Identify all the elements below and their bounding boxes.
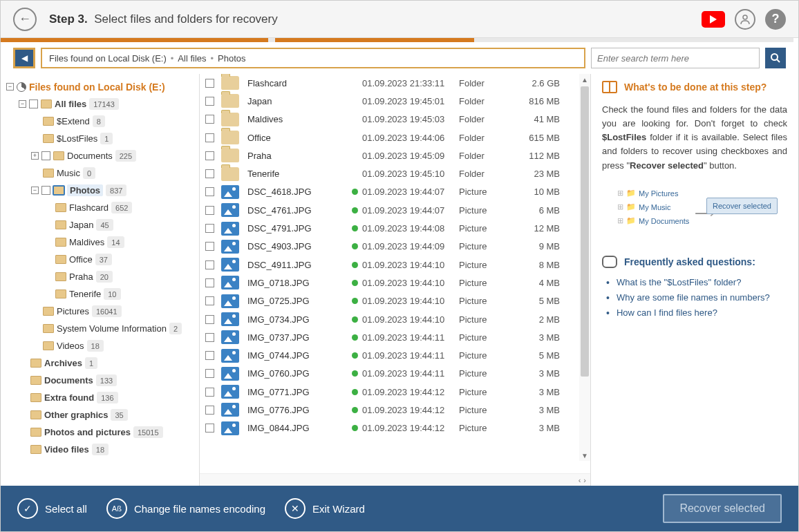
tree-item[interactable]: Video files18 [6, 441, 196, 458]
status-dot-icon [352, 352, 358, 359]
scroll-down-icon[interactable]: ▼ [579, 450, 590, 461]
tree-item[interactable]: Praha20 [6, 268, 196, 285]
file-row[interactable]: Japan01.09.2023 19:45:01Folder816 MB [200, 92, 590, 110]
tree-item[interactable]: Extra found136 [6, 389, 196, 406]
checkbox[interactable] [205, 388, 214, 397]
tree-item[interactable]: System Volume Information2 [6, 320, 196, 337]
tree-item[interactable]: Music0 [6, 164, 196, 182]
tree-item[interactable]: +Documents225 [6, 147, 196, 164]
user-icon[interactable] [735, 9, 755, 30]
file-row[interactable]: IMG_0737.JPG01.09.2023 19:44:11Picture3 … [200, 328, 590, 346]
vertical-scrollbar[interactable]: ▲ ▼ [579, 74, 590, 461]
scroll-right-icon[interactable]: › [583, 476, 586, 484]
checkbox[interactable] [205, 315, 214, 324]
tree-item[interactable]: $LostFiles1 [6, 130, 196, 147]
breadcrumb[interactable]: Files found on Local Disk (E:) • All fil… [41, 48, 585, 68]
tree-item[interactable]: Other graphics35 [6, 406, 196, 424]
checkbox[interactable] [205, 260, 214, 269]
tree-item[interactable]: Office37 [6, 251, 196, 268]
checkbox[interactable] [205, 224, 214, 233]
tree-item[interactable]: Tenerife10 [6, 285, 196, 303]
checkbox[interactable] [205, 406, 214, 415]
tree-item[interactable]: Pictures16041 [6, 303, 196, 320]
checkbox[interactable] [205, 369, 214, 378]
checkbox[interactable] [205, 206, 214, 215]
file-row[interactable]: IMG_0744.JPG01.09.2023 19:44:11Picture5 … [200, 346, 590, 364]
checkbox[interactable] [205, 278, 214, 287]
encoding-button[interactable]: Aß Change file names encoding [106, 498, 265, 519]
search-input[interactable] [591, 48, 760, 68]
breadcrumb-part[interactable]: Files found on Local Disk (E:) [49, 53, 167, 64]
checkbox[interactable] [205, 97, 214, 106]
file-row[interactable]: Office01.09.2023 19:44:06Folder615 MB [200, 129, 590, 146]
breadcrumb-back-button[interactable]: ◀ [15, 49, 34, 67]
horizontal-scrollbar[interactable]: ‹ › [200, 473, 590, 486]
file-row[interactable]: Praha01.09.2023 19:45:09Folder112 MB [200, 146, 590, 164]
recover-selected-button[interactable]: Recover selected [663, 494, 782, 523]
tree-item[interactable]: Photos and pictures15015 [6, 424, 196, 441]
checkbox[interactable] [205, 151, 214, 160]
file-row[interactable]: IMG_0734.JPG01.09.2023 19:44:10Picture2 … [200, 310, 590, 328]
checkbox[interactable] [29, 99, 38, 108]
checkbox[interactable] [205, 242, 214, 251]
file-row[interactable]: DSC_4903.JPG01.09.2023 19:44:09Picture9 … [200, 238, 590, 256]
tree-allfiles[interactable]: − All files17143 [6, 95, 196, 113]
tree-item[interactable]: Maldives14 [6, 234, 196, 251]
file-row[interactable]: IMG_0771.JPG01.09.2023 19:44:12Picture3 … [200, 383, 590, 401]
file-row[interactable]: Flashcard01.09.2023 21:33:11Folder2.6 GB [200, 74, 590, 92]
file-type: Folder [459, 114, 513, 124]
scroll-up-icon[interactable]: ▲ [579, 74, 590, 85]
tree-item[interactable]: $Extend8 [6, 113, 196, 130]
file-row[interactable]: IMG_0844.JPG01.09.2023 19:44:12Picture3 … [200, 419, 590, 437]
help-icon[interactable]: ? [765, 9, 786, 30]
checkbox[interactable] [205, 115, 214, 124]
tree-item[interactable]: Flashcard652 [6, 199, 196, 216]
file-type: Picture [459, 387, 513, 397]
checkbox[interactable] [205, 187, 214, 196]
tree-root[interactable]: − Files found on Local Disk (E:) [6, 78, 196, 95]
file-type: Picture [459, 296, 513, 306]
tree-item[interactable]: Japan45 [6, 216, 196, 234]
scroll-left-icon[interactable]: ‹ [579, 476, 581, 484]
youtube-icon[interactable] [702, 11, 725, 28]
checkbox[interactable] [205, 296, 214, 305]
breadcrumb-part[interactable]: All files [178, 53, 206, 64]
faq-link[interactable]: How can I find files here? [602, 305, 787, 321]
checkbox[interactable] [205, 424, 214, 433]
checkbox[interactable] [205, 79, 214, 88]
checkbox[interactable] [205, 169, 214, 178]
search-button[interactable] [765, 48, 786, 68]
help-title: What's to be done at this step? [624, 82, 767, 93]
faq-icon [602, 256, 617, 268]
close-icon: ✕ [285, 498, 306, 519]
file-row[interactable]: Maldives01.09.2023 19:45:03Folder41 MB [200, 111, 590, 129]
file-row[interactable]: IMG_0718.JPG01.09.2023 19:44:10Picture4 … [200, 274, 590, 292]
tree-item[interactable]: Documents133 [6, 372, 196, 389]
file-row[interactable]: DSC_4761.JPG01.09.2023 19:44:07Picture6 … [200, 201, 590, 219]
exit-wizard-button[interactable]: ✕ Exit Wizard [285, 498, 365, 519]
file-row[interactable]: IMG_0725.JPG01.09.2023 19:44:10Picture5 … [200, 292, 590, 310]
file-size: 41 MB [513, 114, 568, 124]
file-date: 01.09.2023 19:44:11 [362, 350, 459, 361]
checkbox[interactable] [205, 333, 214, 342]
checkbox[interactable] [205, 133, 214, 142]
file-row[interactable]: DSC_4911.JPG01.09.2023 19:44:10Picture8 … [200, 256, 590, 274]
folder-icon [221, 167, 239, 181]
file-row[interactable]: DSC_4618.JPG01.09.2023 19:44:07Picture10… [200, 183, 590, 201]
back-button[interactable]: ← [13, 8, 37, 31]
tree-item[interactable]: Videos18 [6, 337, 196, 354]
faq-link[interactable]: Why are some file names in numbers? [602, 290, 787, 305]
tree-item[interactable]: Archives1 [6, 354, 196, 372]
select-all-button[interactable]: ✓ Select all [17, 498, 87, 519]
faq-link[interactable]: What is the "$LostFiles" folder? [602, 275, 787, 290]
file-name: IMG_0734.JPG [247, 314, 347, 325]
file-row[interactable]: Tenerife01.09.2023 19:45:10Folder23 MB [200, 164, 590, 182]
checkbox[interactable] [205, 351, 214, 360]
file-name: Praha [247, 151, 347, 161]
svg-point-0 [743, 15, 747, 19]
breadcrumb-part[interactable]: Photos [218, 53, 245, 64]
file-row[interactable]: IMG_0760.JPG01.09.2023 19:44:11Picture3 … [200, 365, 590, 383]
file-row[interactable]: IMG_0776.JPG01.09.2023 19:44:12Picture3 … [200, 401, 590, 419]
file-row[interactable]: DSC_4791.JPG01.09.2023 19:44:08Picture12… [200, 219, 590, 237]
tree-photos[interactable]: −Photos837 [6, 182, 196, 199]
